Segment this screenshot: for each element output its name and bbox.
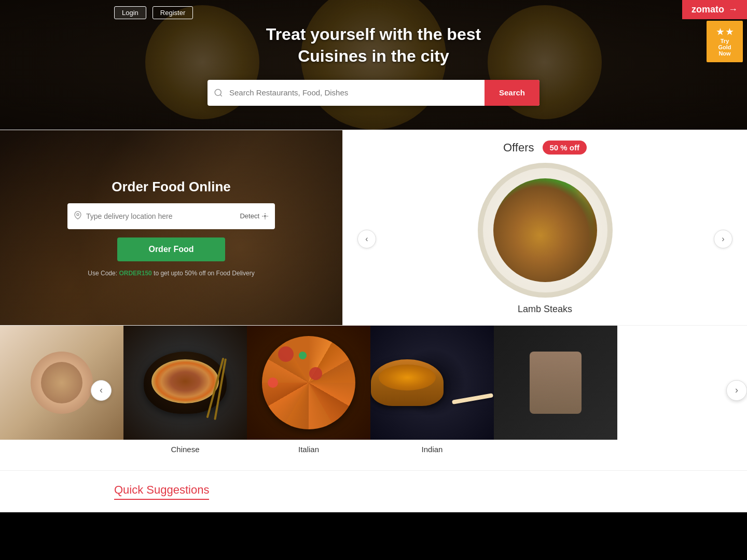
cuisine-next-button[interactable]: › bbox=[726, 380, 747, 401]
food-visual-italian bbox=[247, 326, 370, 440]
salad-inner bbox=[493, 178, 597, 282]
gold-now: Now bbox=[718, 50, 730, 57]
offers-title: Offers bbox=[503, 141, 534, 155]
top-nav: Login Register bbox=[0, 0, 747, 25]
list-item bbox=[494, 326, 617, 459]
cuisine-img-indian bbox=[370, 326, 494, 440]
list-item: Indian bbox=[370, 326, 494, 459]
search-button[interactable]: Search bbox=[485, 80, 540, 106]
order-food-button[interactable]: Order Food bbox=[117, 237, 225, 261]
offers-header: Offers 50 % off bbox=[353, 141, 737, 155]
food-visual-chinese bbox=[123, 326, 247, 440]
offers-panel: Offers 50 % off ‹ Lamb Steaks › bbox=[342, 130, 747, 325]
promo-code: ORDER150 bbox=[119, 270, 151, 277]
list-item: Chinese bbox=[123, 326, 247, 459]
offer-image bbox=[478, 163, 613, 298]
location-input-wrap: Detect bbox=[67, 203, 275, 229]
cuisine-label-chinese: Chinese bbox=[171, 445, 199, 459]
middle-section: Order Food Online Detect Orde bbox=[0, 130, 747, 325]
list-item: Italian bbox=[247, 326, 370, 459]
order-panel-content: Order Food Online Detect Orde bbox=[16, 179, 327, 277]
zomato-arrow-icon: → bbox=[728, 4, 738, 15]
location-input[interactable] bbox=[86, 212, 236, 220]
svg-point-0 bbox=[215, 89, 221, 95]
order-title: Order Food Online bbox=[112, 179, 231, 195]
offers-carousel: ‹ Lamb Steaks › bbox=[353, 163, 737, 315]
nav-left: Login Register bbox=[114, 6, 193, 19]
off-badge: 50 % off bbox=[543, 141, 587, 155]
zomato-brand: zomato → bbox=[682, 0, 747, 19]
location-icon bbox=[74, 211, 82, 221]
offers-next-button[interactable]: › bbox=[714, 230, 732, 248]
register-button[interactable]: Register bbox=[153, 6, 193, 19]
cuisine-carousel: ‹ bbox=[0, 326, 747, 459]
login-button[interactable]: Login bbox=[114, 6, 146, 19]
cuisine-img-chinese bbox=[123, 326, 247, 440]
search-icon bbox=[208, 80, 229, 106]
ramen-bowl bbox=[144, 352, 227, 414]
search-input[interactable] bbox=[229, 80, 485, 106]
gold-try: Try bbox=[721, 38, 729, 44]
food-visual-indian bbox=[370, 326, 494, 440]
salad-plate bbox=[483, 168, 607, 292]
hero-title: Treat yourself with the best Cuisines in… bbox=[266, 24, 481, 67]
order-panel: Order Food Online Detect Orde bbox=[0, 130, 342, 325]
promo-text: Use Code: ORDER150 to get upto 50% off o… bbox=[88, 270, 254, 277]
cuisine-label-italian: Italian bbox=[298, 445, 319, 459]
gold-stars: ★ ★ bbox=[716, 27, 733, 37]
zomato-logo-text: zomato bbox=[691, 4, 724, 15]
cuisine-prev-button[interactable]: ‹ bbox=[91, 380, 112, 401]
gold-badge[interactable]: ★ ★ Try Gold Now bbox=[707, 21, 743, 62]
cuisine-label-indian: Indian bbox=[422, 445, 443, 459]
pizza-visual bbox=[262, 336, 355, 429]
cuisine-section: ‹ bbox=[0, 325, 747, 470]
indian-food-set bbox=[371, 359, 493, 406]
svg-point-2 bbox=[264, 215, 266, 217]
quick-suggestions-title: Quick Suggestions bbox=[114, 483, 209, 500]
quick-suggestions-section: Quick Suggestions bbox=[0, 470, 747, 512]
search-bar: Search bbox=[208, 80, 540, 106]
gold-label: Gold bbox=[718, 44, 731, 50]
offer-label: Lamb Steaks bbox=[518, 304, 572, 315]
offers-prev-button[interactable]: ‹ bbox=[357, 230, 376, 248]
cuisine-img-partial-right bbox=[494, 326, 617, 440]
svg-point-1 bbox=[77, 213, 79, 215]
chopsticks-icon bbox=[206, 358, 225, 418]
cuisine-items: Chinese Italian bbox=[0, 326, 747, 459]
cuisine-img-italian bbox=[247, 326, 370, 440]
offer-item: Lamb Steaks bbox=[478, 163, 613, 315]
detect-button[interactable]: Detect bbox=[240, 212, 269, 220]
food-visual-partial-right bbox=[494, 326, 617, 440]
